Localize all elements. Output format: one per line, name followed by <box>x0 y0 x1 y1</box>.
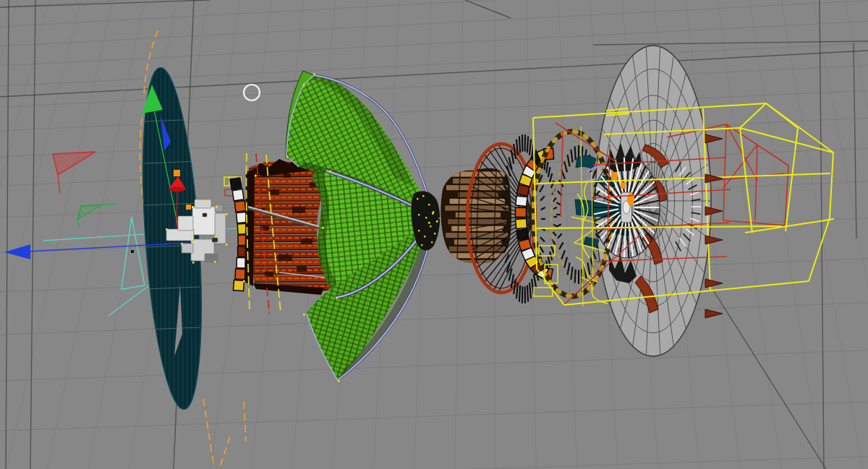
vertex-point <box>131 250 134 253</box>
probe-block <box>212 238 218 242</box>
red-cage-edge <box>755 145 757 220</box>
basket-blotch <box>269 189 279 195</box>
mast-tile <box>234 280 244 291</box>
gear-spike <box>529 283 531 298</box>
gear-spike <box>553 225 557 227</box>
grid-line-h <box>0 259 868 292</box>
grid-line-v <box>0 0 81 469</box>
speckle <box>418 214 420 215</box>
grid-line-h <box>0 402 868 431</box>
mast-tile <box>234 201 246 212</box>
circuit-frame <box>534 288 553 296</box>
teal-blob <box>576 155 596 169</box>
speckle <box>425 217 427 218</box>
scale-handle[interactable] <box>186 205 191 210</box>
null-object-indicator[interactable] <box>244 85 260 100</box>
speckle <box>428 204 430 205</box>
red-cage-edge <box>723 124 726 220</box>
gear-spike <box>556 224 561 226</box>
checker-tile <box>516 196 527 206</box>
plane-handle-green[interactable] <box>77 204 117 226</box>
speckle <box>418 230 420 231</box>
gear-spike <box>553 207 557 210</box>
plane-handle-red-tail <box>58 175 60 193</box>
red-cage-edge <box>726 124 757 181</box>
gear-spike <box>587 263 590 275</box>
gear-spike <box>527 285 528 302</box>
gear-spike <box>550 173 552 182</box>
grid-axis-line <box>714 291 826 469</box>
gear-spike <box>592 170 596 178</box>
edge-spike <box>705 279 723 288</box>
vertex-dot <box>322 227 324 229</box>
speckle <box>431 241 433 243</box>
vertex-dot <box>313 73 315 75</box>
vertex-dot <box>338 380 340 382</box>
edge-spike <box>705 134 723 143</box>
gear-spike <box>559 242 563 249</box>
grid-line-v <box>718 0 780 469</box>
gear-spike <box>561 250 565 259</box>
vertex-dot <box>255 175 257 177</box>
edge-spike <box>705 309 723 318</box>
grid-line-v <box>7 0 113 469</box>
vertex-dot <box>243 280 245 283</box>
grid-axis-line <box>30 0 35 469</box>
edge-spike <box>705 207 723 215</box>
grid-axis-line <box>820 0 824 469</box>
gear-spike <box>553 232 556 236</box>
red-cage-edge <box>723 145 757 188</box>
vertex-dot <box>214 261 216 263</box>
gear-spike <box>553 198 556 202</box>
vertex-dot <box>436 220 438 223</box>
gear-spike <box>540 237 545 241</box>
probe-block <box>178 216 193 231</box>
red-cage-edge <box>723 220 785 225</box>
z-axis-arrow[interactable] <box>4 244 30 259</box>
basket-blotch <box>284 173 291 178</box>
speckle <box>421 244 422 246</box>
gear-spike <box>575 270 576 283</box>
probe-block <box>192 207 216 235</box>
vertex-dot <box>303 314 305 316</box>
gear-spike <box>556 202 561 205</box>
checker-tile <box>516 218 527 228</box>
guide-segment <box>244 402 246 442</box>
gear-spike <box>571 150 572 163</box>
gear-spike <box>571 267 572 280</box>
grid-axis-line <box>0 51 868 97</box>
grid-axis-line <box>854 43 856 238</box>
probe-block <box>166 229 194 241</box>
grid-line-h <box>0 350 868 381</box>
yellow-cage-edge <box>740 103 766 128</box>
guide-segment <box>203 399 214 468</box>
scale-handle[interactable] <box>174 170 180 176</box>
object-slat-drum[interactable] <box>441 168 511 265</box>
mast-tile <box>235 269 246 280</box>
vertex-dot <box>286 156 289 158</box>
checker-tile <box>515 207 526 217</box>
grid-line-v <box>749 0 822 469</box>
vertex-dot <box>192 262 195 264</box>
vertex-dot <box>205 200 207 202</box>
grid-line-v <box>251 0 304 469</box>
gear-spike <box>514 144 516 159</box>
vertex-dot <box>191 234 193 236</box>
probe-block <box>215 205 223 212</box>
probe-block <box>195 199 211 208</box>
gear-spike <box>534 274 536 288</box>
vertex-dot <box>215 236 217 238</box>
grid-line-h <box>0 148 868 186</box>
grid-axis-line <box>6 0 9 469</box>
vertex-dot <box>166 228 168 231</box>
gear-spike <box>541 207 545 210</box>
speckle <box>434 233 435 234</box>
gear-spike <box>519 285 520 302</box>
gear-spike <box>548 167 550 177</box>
grid-line-h <box>0 43 868 86</box>
vertex-dot <box>303 84 305 86</box>
viewport-3d[interactable] <box>0 0 868 469</box>
gear-spike <box>558 233 562 238</box>
mast-tile <box>230 178 242 189</box>
gear-spike <box>540 196 545 200</box>
